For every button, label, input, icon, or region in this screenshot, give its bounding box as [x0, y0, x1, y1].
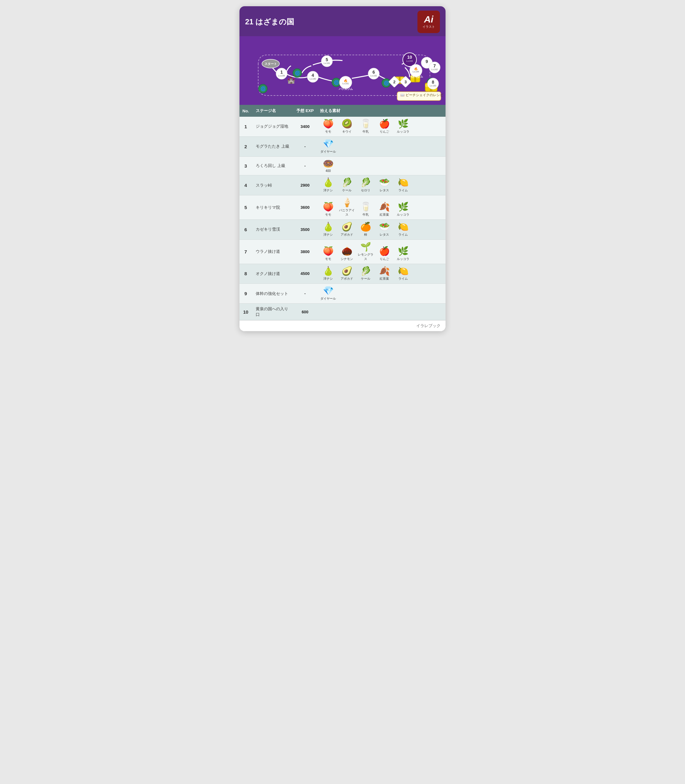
cell-no: 9	[239, 284, 252, 304]
ingredient-item: 🥑アボカド	[338, 222, 355, 237]
cell-name: 体幹の強化セット	[252, 284, 292, 304]
cell-exp: -	[292, 156, 318, 175]
page-title: 21 はざまの国	[245, 17, 294, 27]
ingredient-label: 洋ナシ	[323, 188, 333, 193]
ingredient-icon: 🍩	[323, 159, 334, 169]
cell-no: 2	[239, 136, 252, 156]
ingredient-label: りんご	[380, 257, 389, 261]
table-header-row: No. ステージ名 予想 EXP 拾える素材	[239, 105, 446, 117]
table-container: No. ステージ名 予想 EXP 拾える素材 1ジョグジョグ湿地3400🍑モモ🥝…	[239, 105, 446, 320]
ingredient-label: モモ	[325, 212, 331, 217]
ingredient-item: 🥛牛乳	[357, 119, 374, 134]
ingredient-item: 🍑モモ	[320, 202, 337, 217]
ingredient-label: シナモン	[341, 257, 353, 261]
ingredient-item: 🌿ルッコラ	[394, 119, 412, 134]
ingredient-label: アボカド	[341, 277, 353, 281]
table-row: 2モグラたたき 上級-💎ダイヤール	[239, 136, 446, 156]
ingredient-item: 💎ダイヤール	[320, 139, 337, 154]
svg-text:バトルジム: バトルジム	[338, 87, 353, 91]
ingredient-item: 🍎りんご	[376, 119, 393, 134]
ingredient-item: 🍐洋ナシ	[320, 267, 337, 281]
ingredient-item: 🍐洋ナシ	[320, 222, 337, 237]
col-name: ステージ名	[252, 105, 292, 117]
ingredient-label: りんご	[380, 130, 389, 134]
table-row: 10黄泉の国への入り口600	[239, 304, 446, 320]
cell-no: 4	[239, 175, 252, 195]
ingredient-icon: 🥛	[360, 119, 371, 129]
footer: イラレブック	[239, 320, 446, 331]
ingredient-item: 🥝キウイ	[338, 119, 355, 134]
cell-ingredients: 🍐洋ナシ🥑アボカド🍊柿🥗レタス🍋ライム	[318, 219, 446, 240]
svg-text:バトルジム: バトルジム	[409, 75, 423, 78]
stages-table: No. ステージ名 予想 EXP 拾える素材 1ジョグジョグ湿地3400🍑モモ🥝…	[239, 105, 446, 320]
table-row: 9体幹の強化セット-💎ダイヤール	[239, 284, 446, 304]
main-card: 21 はざまの国 Ai イラスト	[239, 6, 446, 331]
svg-text:Lv.162: Lv.162	[371, 75, 377, 77]
svg-text:5: 5	[326, 57, 328, 62]
ingredient-icon: 🥬	[360, 178, 371, 188]
cell-exp: 3600	[292, 195, 318, 220]
ai-logo-sub: イラスト	[422, 25, 435, 29]
cell-no: 7	[239, 240, 252, 264]
ingredient-label: キウイ	[342, 130, 352, 134]
ingredient-label: ライム	[398, 233, 408, 237]
ingredient-icon: 🥑	[342, 222, 352, 232]
map-area: 🌀 🌀 🌀 🌀 🌀	[239, 36, 446, 105]
footer-label: イラレブック	[416, 323, 440, 328]
ingredient-label: バニラアイス	[338, 208, 355, 217]
col-exp: 予想 EXP	[292, 105, 318, 117]
cell-exp: 4500	[292, 264, 318, 284]
ingredient-item: 🍦バニラアイス	[338, 198, 355, 217]
cell-no: 5	[239, 195, 252, 220]
header: 21 はざまの国 Ai イラスト	[239, 6, 446, 36]
svg-text:3: 3	[404, 79, 406, 84]
svg-text:4: 4	[312, 73, 314, 78]
svg-text:🌀: 🌀	[384, 81, 390, 86]
table-row: 7ウラノ抜け道3800🍑モモ🌰シナモン🌱レモングラス🍎りんご🌿ルッコラ	[239, 240, 446, 264]
col-no: No.	[239, 105, 252, 117]
ingredient-icon: 🍋	[398, 267, 409, 276]
ingredient-item: 🌱レモングラス	[357, 242, 374, 261]
ingredient-item: 🥬ケール	[357, 267, 374, 281]
ingredient-label: ケール	[361, 277, 370, 281]
ingredient-label: レタス	[380, 188, 389, 193]
ingredient-label: 牛乳	[362, 212, 369, 217]
cell-name: ろくろ回し 上級	[252, 156, 292, 175]
cell-ingredients: 💎ダイヤール	[318, 136, 446, 156]
ingredient-label: ルッコラ	[397, 257, 409, 261]
ingredient-label: ダイヤール	[320, 149, 336, 154]
ingredient-item: 🥬セロリ	[357, 178, 374, 193]
cell-name: ジョグジョグ湿地	[252, 117, 292, 136]
spiral-3: 🌀	[382, 79, 391, 87]
table-row: 8オクノ抜け道4500🍐洋ナシ🥑アボカド🥬ケール🍂紅茶葉🍋ライム	[239, 264, 446, 284]
ingredient-item: 🌰シナモン	[338, 246, 355, 261]
ingredient-icon: 🍊	[360, 222, 371, 232]
ingredient-label: 洋ナシ	[323, 233, 333, 237]
ingredient-item: 🥑アボカド	[338, 267, 355, 281]
ingredient-icon: 🍂	[379, 202, 390, 212]
svg-text:Lv.163: Lv.163	[430, 84, 437, 87]
cell-name: ウラノ抜け道	[252, 240, 292, 264]
table-row: 1ジョグジョグ湿地3400🍑モモ🥝キウイ🥛牛乳🍎りんご🌿ルッコラ	[239, 117, 446, 136]
ingredient-label: アボカド	[341, 233, 353, 237]
ingredient-icon: 🍐	[323, 267, 334, 276]
ingredient-item: 🍐洋ナシ	[320, 178, 337, 193]
svg-text:Lv.159: Lv.159	[279, 75, 285, 77]
ingredient-icon: 🥬	[342, 178, 352, 188]
svg-text:📖 ピーチシェイクのレシピ: 📖 ピーチシェイクのレシピ	[400, 93, 443, 97]
svg-text:2: 2	[393, 79, 395, 84]
ingredient-icon: 🍑	[323, 119, 334, 129]
cell-exp: 3500	[292, 219, 318, 240]
ingredient-icon: 💎	[323, 286, 334, 296]
svg-text:8: 8	[432, 79, 434, 84]
cell-exp: -	[292, 284, 318, 304]
svg-text:Lv.161: Lv.161	[324, 62, 330, 64]
table-row: 4スラッ峠2900🍐洋ナシ🥬ケール🥬セロリ🥗レタス🍋ライム	[239, 175, 446, 195]
ingredient-label: 紅茶葉	[380, 277, 389, 281]
ingredient-item: 🍂紅茶葉	[376, 267, 393, 281]
ingredient-icon: 🍐	[323, 222, 334, 232]
svg-text:Lv.164: Lv.164	[413, 71, 419, 73]
ingredient-label: 柿	[364, 233, 367, 237]
col-ingredients: 拾える素材	[318, 105, 446, 117]
ingredient-item: 🍎りんご	[376, 246, 393, 261]
